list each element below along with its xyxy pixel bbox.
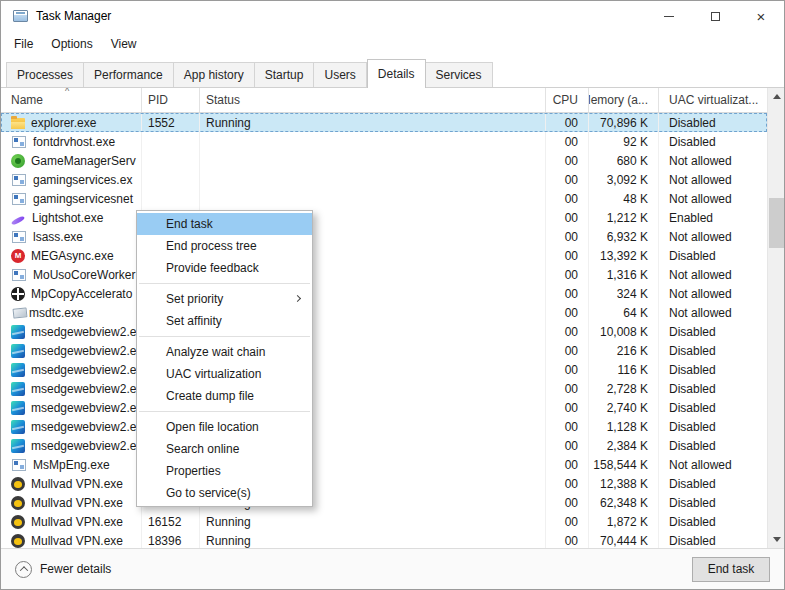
- process-row-mullvad-vpn-exe[interactable]: Mullvad VPN.exe18396Running0070,444 KDis…: [1, 531, 767, 548]
- process-row-explorer-exe[interactable]: explorer.exe1552Running0070,896 KDisable…: [1, 113, 767, 132]
- process-name: msedgewebview2.e: [31, 325, 136, 339]
- menubar-item-options[interactable]: Options: [42, 33, 101, 55]
- tab-startup[interactable]: Startup: [255, 62, 315, 87]
- maximize-icon: [711, 12, 720, 21]
- memory-cell: 2,728 K: [589, 379, 659, 398]
- status-cell: [200, 189, 546, 208]
- process-row-gamingservicesnet[interactable]: gamingservicesnet0048 KNot allowed: [1, 189, 767, 208]
- process-row-mousocoreworker[interactable]: MoUsoCoreWorker001,316 KNot allowed: [1, 265, 767, 284]
- menubar-item-view[interactable]: View: [102, 33, 146, 55]
- process-row-msedgewebview2-e[interactable]: msedgewebview2.e00116 KDisabled: [1, 360, 767, 379]
- process-row-lightshot-exe[interactable]: Lightshot.exe001,212 KEnabled: [1, 208, 767, 227]
- vertical-scrollbar: [767, 88, 784, 548]
- process-row-mpcopyaccelerato[interactable]: MpCopyAccelerato00324 KNot allowed: [1, 284, 767, 303]
- menubar-item-file[interactable]: File: [5, 33, 42, 55]
- fewer-details-toggle[interactable]: Fewer details: [15, 561, 111, 578]
- name-cell: MpCopyAccelerato: [5, 284, 142, 303]
- uac-cell: Not allowed: [659, 170, 759, 189]
- process-row-msedgewebview2-exe[interactable]: msedgewebview2.exe6232Running002,384 KDi…: [1, 436, 767, 455]
- name-cell: msedgewebview2.e: [5, 322, 142, 341]
- context-menu-item-go-to-service-s[interactable]: Go to service(s): [137, 482, 312, 504]
- uac-cell: Disabled: [659, 398, 759, 417]
- process-row-gamemanagerserv[interactable]: GameManagerServ00680 KNot allowed: [1, 151, 767, 170]
- cpu-cell: 00: [546, 379, 589, 398]
- column-header-pid[interactable]: PID: [142, 88, 200, 112]
- pinwheel-black-icon: [11, 287, 25, 301]
- tab-performance[interactable]: Performance: [84, 62, 174, 87]
- process-name: msedgewebview2.e: [31, 401, 136, 415]
- process-row-fontdrvhost-exe[interactable]: fontdrvhost.exe0092 KDisabled: [1, 132, 767, 151]
- context-menu-item-search-online[interactable]: Search online: [137, 438, 312, 460]
- context-menu-item-properties[interactable]: Properties: [137, 460, 312, 482]
- column-header-uac[interactable]: UAC virtualizat...: [659, 88, 759, 112]
- close-button[interactable]: ×: [738, 1, 784, 31]
- chevron-up-icon: [773, 94, 781, 99]
- process-row-msmpeng-exe[interactable]: MsMpEng.exe12536Running00158,544 KNot al…: [1, 455, 767, 474]
- name-cell: GameManagerServ: [5, 151, 142, 170]
- process-name: gamingservices.ex: [33, 173, 132, 187]
- context-menu-item-create-dump-file[interactable]: Create dump file: [137, 385, 312, 407]
- cpu-cell: 00: [546, 265, 589, 284]
- process-row-mullvad-vpn-exe[interactable]: Mullvad VPN.exe17060Running0012,388 KDis…: [1, 474, 767, 493]
- cpu-cell: 00: [546, 322, 589, 341]
- column-header-label: Status: [206, 93, 240, 107]
- memory-cell: 1,128 K: [589, 417, 659, 436]
- cpu-cell: 00: [546, 398, 589, 417]
- process-row-msedgewebview2-e[interactable]: msedgewebview2.e00216 KDisabled: [1, 341, 767, 360]
- minimize-button[interactable]: [646, 1, 692, 31]
- process-row-msedgewebview2-e[interactable]: msedgewebview2.e0010,008 KDisabled: [1, 322, 767, 341]
- process-row-mullvad-vpn-exe[interactable]: Mullvad VPN.exe17268Running0062,348 KDis…: [1, 493, 767, 512]
- process-row-megasync-exe[interactable]: MEGAsync.exe0013,392 KDisabled: [1, 246, 767, 265]
- process-name: msedgewebview2.e: [31, 363, 136, 377]
- context-menu-item-label: Set affinity: [166, 314, 222, 328]
- process-row-msdtc-exe[interactable]: msdtc.exe0064 KNot allowed: [1, 303, 767, 322]
- process-name: Mullvad VPN.exe: [31, 477, 123, 491]
- process-row-lsass-exe[interactable]: lsass.exe006,932 KNot allowed: [1, 227, 767, 246]
- process-row-mullvad-vpn-exe[interactable]: Mullvad VPN.exe16152Running001,872 KDisa…: [1, 512, 767, 531]
- memory-cell: 48 K: [589, 189, 659, 208]
- context-menu-item-uac-virtualization[interactable]: UAC virtualization: [137, 363, 312, 385]
- scroll-up-button[interactable]: [768, 88, 784, 105]
- process-row-gamingservices-ex[interactable]: gamingservices.ex003,092 KNot allowed: [1, 170, 767, 189]
- mega-red-icon: [11, 249, 25, 263]
- uac-cell: Disabled: [659, 341, 759, 360]
- tab-services[interactable]: Services: [426, 62, 493, 87]
- context-menu-item-end-process-tree[interactable]: End process tree: [137, 235, 312, 257]
- name-cell: Mullvad VPN.exe: [5, 531, 142, 548]
- context-menu-item-set-priority[interactable]: Set priority: [137, 288, 312, 310]
- context-menu-item-analyze-wait-chain[interactable]: Analyze wait chain: [137, 341, 312, 363]
- end-task-button[interactable]: End task: [692, 557, 770, 582]
- context-menu-item-end-task[interactable]: End task: [137, 213, 312, 235]
- webview-icon: [11, 344, 25, 358]
- context-menu-item-open-file-location[interactable]: Open file location: [137, 416, 312, 438]
- cpu-cell: 00: [546, 417, 589, 436]
- tab-processes[interactable]: Processes: [6, 62, 84, 87]
- folder-icon: [11, 118, 25, 129]
- uac-cell: Disabled: [659, 360, 759, 379]
- uac-cell: Disabled: [659, 474, 759, 493]
- tab-users[interactable]: Users: [314, 62, 366, 87]
- process-name: MoUsoCoreWorker: [33, 268, 135, 282]
- cpu-cell: 00: [546, 227, 589, 246]
- scrollbar-thumb[interactable]: [769, 198, 784, 248]
- column-header-memory[interactable]: Memory (a...: [589, 88, 659, 112]
- memory-cell: 324 K: [589, 284, 659, 303]
- column-header-cpu[interactable]: CPU: [546, 88, 589, 112]
- tab-app-history[interactable]: App history: [174, 62, 255, 87]
- context-menu-item-provide-feedback[interactable]: Provide feedback: [137, 257, 312, 279]
- mullvad-icon: [11, 515, 25, 529]
- process-row-msedgewebview2-e[interactable]: msedgewebview2.e002,740 KDisabled: [1, 398, 767, 417]
- context-menu-item-set-affinity[interactable]: Set affinity: [137, 310, 312, 332]
- memory-cell: 2,384 K: [589, 436, 659, 455]
- memory-cell: 70,444 K: [589, 531, 659, 548]
- column-header-name[interactable]: Name^: [5, 88, 142, 112]
- uac-cell: Not allowed: [659, 227, 759, 246]
- maximize-button[interactable]: [692, 1, 738, 31]
- context-menu: End taskEnd process treeProvide feedback…: [136, 210, 313, 507]
- scroll-down-button[interactable]: [768, 531, 784, 548]
- process-row-msedgewebview2-e[interactable]: msedgewebview2.e002,728 KDisabled: [1, 379, 767, 398]
- column-header-status[interactable]: Status: [200, 88, 546, 112]
- cpu-cell: 00: [546, 436, 589, 455]
- tab-details[interactable]: Details: [367, 59, 426, 88]
- process-row-msedgewebview2-exe[interactable]: msedgewebview2.exe2132Running001,128 KDi…: [1, 417, 767, 436]
